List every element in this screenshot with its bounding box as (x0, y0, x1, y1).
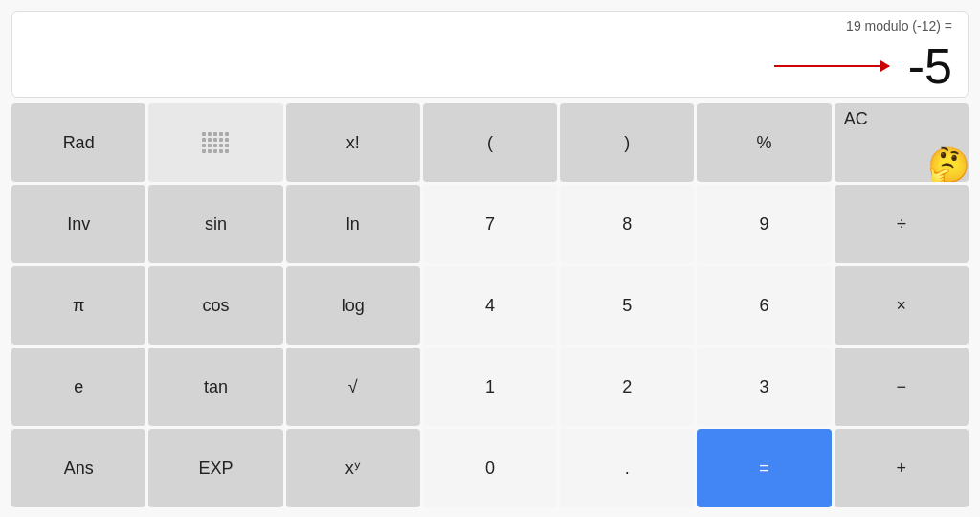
right-paren-button[interactable]: ) (560, 103, 694, 182)
display-section: 19 modulo (-12) = -5 (11, 11, 969, 98)
six-button[interactable]: 6 (697, 266, 831, 345)
arrow-icon (774, 65, 889, 67)
one-button[interactable]: 1 (423, 348, 557, 426)
four-button[interactable]: 4 (423, 266, 557, 345)
dots-grid-icon (202, 132, 229, 153)
exp-button[interactable]: EXP (148, 429, 282, 507)
sqrt-button[interactable]: √ (286, 348, 420, 426)
two-button[interactable]: 2 (560, 348, 694, 426)
plus-button[interactable]: + (835, 429, 969, 507)
three-button[interactable]: 3 (697, 348, 831, 426)
grid-button[interactable] (148, 103, 282, 182)
result-value: -5 (908, 41, 952, 91)
percent-button[interactable]: % (697, 103, 831, 182)
left-paren-button[interactable]: ( (423, 103, 557, 182)
zero-button[interactable]: 0 (423, 429, 557, 507)
cos-button[interactable]: cos (148, 266, 282, 345)
inv-button[interactable]: Inv (11, 185, 145, 263)
pi-button[interactable]: π (11, 266, 145, 345)
multiply-button[interactable]: × (835, 266, 969, 345)
power-button[interactable]: xʸ (286, 429, 420, 507)
result-row: -5 (28, 41, 952, 91)
equals-button[interactable]: = (697, 429, 831, 507)
tan-button[interactable]: tan (148, 348, 282, 426)
calculator-grid: Rad x! ( ) % AC 🤔 Inv sin ln 7 8 9 ÷ π c… (0, 103, 980, 517)
ac-button[interactable]: AC 🤔 (835, 103, 969, 182)
sin-button[interactable]: sin (148, 185, 282, 263)
factorial-button[interactable]: x! (286, 103, 420, 182)
log-button[interactable]: log (286, 266, 420, 345)
ans-button[interactable]: Ans (11, 429, 145, 507)
divide-button[interactable]: ÷ (835, 185, 969, 263)
result-arrow (774, 65, 889, 67)
e-button[interactable]: e (11, 348, 145, 426)
seven-button[interactable]: 7 (423, 185, 557, 263)
ln-button[interactable]: ln (286, 185, 420, 263)
minus-button[interactable]: − (835, 348, 969, 426)
five-button[interactable]: 5 (560, 266, 694, 345)
ac-label: AC (844, 109, 868, 129)
thinking-emoji-icon: 🤔 (927, 146, 969, 182)
rad-button[interactable]: Rad (11, 103, 145, 182)
dot-button[interactable]: . (560, 429, 694, 507)
nine-button[interactable]: 9 (697, 185, 831, 263)
eight-button[interactable]: 8 (560, 185, 694, 263)
expression-display: 19 modulo (-12) = (846, 18, 952, 34)
